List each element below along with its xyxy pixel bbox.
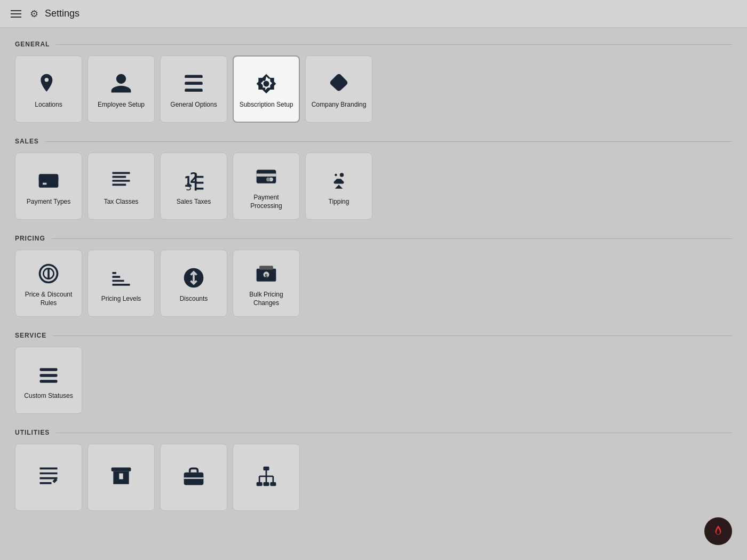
- section-header-sales: SALES: [15, 138, 732, 145]
- tile-general-options[interactable]: General Options: [160, 55, 227, 123]
- discounts-icon: [180, 264, 208, 292]
- tile-pricing-levels[interactable]: Pricing Levels: [88, 250, 155, 317]
- page-title: Settings: [45, 8, 80, 19]
- tile-utility-4[interactable]: [233, 444, 300, 511]
- tile-bulk-pricing[interactable]: $Bulk Pricing Changes: [233, 250, 300, 317]
- employee-icon: [107, 70, 135, 98]
- section-pricing: PRICINGPrice & Discount RulesPricing Lev…: [15, 235, 732, 317]
- svg-rect-1: [185, 82, 203, 85]
- section-divider-service: [53, 335, 732, 336]
- tipping-icon: [325, 167, 353, 195]
- edit-doc-icon: [35, 462, 62, 490]
- bulk-pricing-icon: $: [252, 260, 280, 287]
- section-label-service: SERVICE: [15, 332, 46, 339]
- flame-icon: [711, 524, 725, 538]
- tile-price-discount-rules[interactable]: Price & Discount Rules: [15, 250, 82, 317]
- svg-rect-36: [270, 482, 276, 486]
- svg-text:$: $: [265, 274, 267, 279]
- svg-rect-24: [259, 266, 273, 270]
- section-service: SERVICECustom Statuses: [15, 332, 732, 414]
- tiles-grid-pricing: Price & Discount RulesPricing LevelsDisc…: [15, 250, 732, 317]
- svg-rect-16: [257, 174, 276, 177]
- settings-gear-icon: ⚙: [30, 8, 38, 20]
- briefcase-icon: [180, 462, 208, 490]
- tile-label-pricing-levels: Pricing Levels: [101, 295, 141, 303]
- general-options-icon: [180, 70, 208, 98]
- svg-rect-30: [112, 468, 131, 471]
- svg-text:3: 3: [186, 182, 192, 193]
- tile-locations[interactable]: Locations: [15, 55, 82, 123]
- hamburger-menu[interactable]: [9, 8, 23, 20]
- section-label-general: GENERAL: [15, 41, 50, 48]
- section-header-pricing: PRICING: [15, 235, 732, 242]
- tile-company-branding[interactable]: Company Branding: [305, 55, 372, 123]
- section-header-service: SERVICE: [15, 332, 732, 339]
- main-content: GENERALLocationsEmployee SetupGeneral Op…: [0, 28, 747, 539]
- tile-tipping[interactable]: Tipping: [305, 153, 372, 220]
- tile-label-sales-taxes: Sales Taxes: [177, 198, 211, 206]
- tile-label-subscription-setup: Subscription Setup: [240, 101, 293, 109]
- tile-payment-processing[interactable]: Payment Processing: [233, 153, 300, 220]
- tile-tax-classes[interactable]: Tax Classes: [88, 153, 155, 220]
- svg-rect-28: [40, 374, 58, 377]
- section-divider-sales: [45, 141, 732, 142]
- tile-utility-2[interactable]: [88, 444, 155, 511]
- svg-rect-33: [264, 467, 269, 470]
- tile-custom-statuses[interactable]: Custom Statuses: [15, 347, 82, 414]
- svg-point-19: [340, 173, 344, 177]
- payment-types-icon: [35, 167, 62, 195]
- price-discount-icon: [35, 260, 62, 287]
- tile-label-locations: Locations: [35, 101, 62, 109]
- tax-classes-icon: [107, 167, 135, 195]
- hierarchy-icon: [252, 462, 280, 490]
- section-label-sales: SALES: [15, 138, 39, 145]
- tiles-grid-utilities: [15, 444, 732, 511]
- tiles-grid-service: Custom Statuses: [15, 347, 732, 414]
- tile-label-bulk-pricing: Bulk Pricing Changes: [237, 291, 295, 307]
- tile-label-payment-processing: Payment Processing: [237, 194, 295, 210]
- fab-button[interactable]: [704, 517, 732, 545]
- custom-statuses-icon: [35, 361, 62, 389]
- tile-sales-taxes[interactable]: 123Sales Taxes: [160, 153, 227, 220]
- svg-point-20: [335, 174, 337, 176]
- tile-utility-1[interactable]: [15, 444, 82, 511]
- tile-subscription-setup[interactable]: Subscription Setup: [233, 55, 300, 123]
- section-header-general: GENERAL: [15, 41, 732, 48]
- tile-label-general-options: General Options: [170, 101, 217, 109]
- svg-point-18: [266, 178, 270, 181]
- sales-taxes-icon: 123: [180, 167, 208, 195]
- tile-label-company-branding: Company Branding: [312, 101, 367, 109]
- section-general: GENERALLocationsEmployee SetupGeneral Op…: [15, 41, 732, 123]
- tile-label-tax-classes: Tax Classes: [104, 198, 139, 206]
- svg-rect-2: [185, 89, 203, 92]
- section-label-pricing: PRICING: [15, 235, 45, 242]
- tiles-grid-sales: Payment TypesTax Classes123Sales TaxesPa…: [15, 153, 732, 220]
- branding-icon: [325, 70, 353, 98]
- tiles-grid-general: LocationsEmployee SetupGeneral OptionsSu…: [15, 55, 732, 123]
- tile-label-tipping: Tipping: [329, 198, 349, 206]
- tile-discounts[interactable]: Discounts: [160, 250, 227, 317]
- section-sales: SALESPayment TypesTax Classes123Sales Ta…: [15, 138, 732, 220]
- section-divider-pricing: [52, 238, 732, 239]
- section-divider-utilities: [56, 433, 732, 433]
- section-divider-general: [56, 44, 732, 45]
- header: ⚙ Settings: [0, 0, 747, 28]
- svg-rect-0: [185, 75, 203, 78]
- tile-label-payment-types: Payment Types: [27, 198, 71, 206]
- tile-label-discounts: Discounts: [180, 295, 208, 303]
- locations-icon: [35, 70, 62, 98]
- section-header-utilities: UTILITIES: [15, 429, 732, 436]
- svg-rect-35: [264, 482, 269, 486]
- tile-employee-setup[interactable]: Employee Setup: [88, 55, 155, 123]
- tile-label-price-discount-rules: Price & Discount Rules: [20, 291, 77, 307]
- archive-icon: [107, 462, 135, 490]
- tile-utility-3[interactable]: [160, 444, 227, 511]
- tile-payment-types[interactable]: Payment Types: [15, 153, 82, 220]
- section-utilities: UTILITIES: [15, 429, 732, 511]
- pricing-levels-icon: [107, 264, 135, 292]
- svg-rect-34: [257, 482, 263, 486]
- svg-rect-29: [40, 380, 58, 383]
- svg-rect-27: [40, 368, 58, 371]
- subscription-icon: [252, 70, 280, 98]
- section-label-utilities: UTILITIES: [15, 429, 50, 436]
